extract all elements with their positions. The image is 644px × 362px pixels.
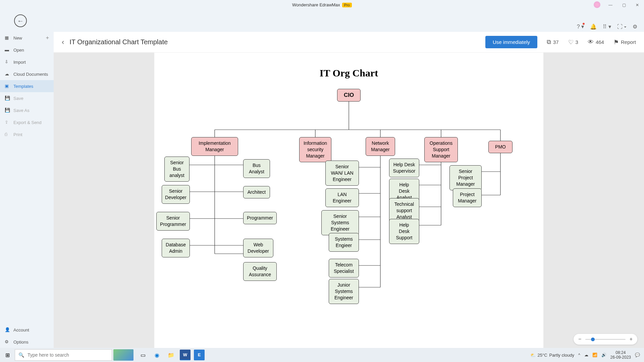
- zoom-slider[interactable]: [585, 339, 625, 340]
- copy-icon: ⧉: [547, 39, 551, 46]
- report-button[interactable]: ⚑Report: [613, 39, 636, 46]
- tray-time: 08:24: [610, 350, 631, 355]
- node-telecom[interactable]: Telecom Specialist: [329, 259, 359, 278]
- cortana-icon[interactable]: [113, 349, 133, 361]
- gear-icon[interactable]: ⚙: [633, 23, 637, 30]
- edge-icon[interactable]: ◉: [152, 350, 162, 360]
- back-button[interactable]: ←: [14, 14, 27, 27]
- sidebar-item-options[interactable]: ⚙ Options: [0, 336, 54, 348]
- templates-icon: ▣: [5, 83, 10, 89]
- likes-stat[interactable]: ♡3: [568, 39, 578, 46]
- print-icon: ⎙: [5, 132, 10, 137]
- node-ops-mgr[interactable]: Operations Support Manager: [424, 137, 458, 162]
- tray-notifications-icon[interactable]: 💬: [635, 353, 640, 357]
- explorer-icon[interactable]: 📁: [166, 350, 176, 360]
- node-hd-support[interactable]: Help Desk Support: [389, 219, 419, 244]
- node-pm[interactable]: Project Manager: [453, 188, 482, 207]
- sidebar-label: Account: [13, 327, 29, 333]
- sidebar-item-export: ⇪ Export & Send: [0, 116, 54, 128]
- weather-desc: Partly cloudy: [549, 353, 574, 358]
- tray-wifi-icon[interactable]: 📶: [592, 353, 597, 357]
- zoom-in-button[interactable]: +: [630, 336, 633, 342]
- minimize-button[interactable]: —: [604, 0, 617, 10]
- new-icon: ▦: [5, 35, 10, 41]
- pro-badge: Pro: [342, 3, 352, 7]
- node-sys-eng[interactable]: Systems Engieer: [329, 233, 359, 252]
- node-sr-dev[interactable]: Senior Developer: [162, 185, 190, 204]
- sidebar-label: Templates: [13, 84, 33, 89]
- plus-icon[interactable]: +: [46, 35, 49, 41]
- sidebar-label: Save: [13, 96, 23, 101]
- maximize-button[interactable]: ▢: [617, 0, 631, 10]
- zoom-control[interactable]: − +: [574, 334, 637, 345]
- node-sr-wan[interactable]: Senior WAN/ LAN Engineer: [325, 161, 359, 186]
- node-pmo[interactable]: PMO: [488, 141, 513, 153]
- zoom-out-button[interactable]: −: [578, 336, 581, 342]
- node-infosec-mgr[interactable]: Information security Manager: [299, 137, 331, 162]
- close-button[interactable]: ✕: [631, 0, 644, 10]
- start-button[interactable]: ⊞: [0, 352, 15, 358]
- sidebar-label: Save As: [13, 108, 30, 113]
- copies-stat[interactable]: ⧉37: [547, 39, 559, 46]
- sidebar-label: Cloud Documents: [13, 72, 48, 77]
- folder-icon: ▬: [5, 47, 10, 53]
- sidebar-item-cloud[interactable]: ☁ Cloud Documents: [0, 68, 54, 80]
- gift-icon[interactable]: ⛶ ▾: [617, 24, 627, 30]
- sidebar-item-new[interactable]: ▦ New +: [0, 32, 54, 44]
- task-view-icon[interactable]: ▭: [138, 350, 148, 360]
- node-programmer[interactable]: Programmer: [243, 212, 277, 224]
- use-immediately-button[interactable]: Use immediately: [485, 36, 537, 48]
- sidebar-label: New: [13, 36, 22, 41]
- user-avatar-icon[interactable]: [594, 1, 600, 8]
- node-sr-sys[interactable]: Senior Systems Engineer: [321, 210, 359, 235]
- node-architect[interactable]: Architect: [243, 186, 270, 198]
- sidebar-label: Print: [13, 132, 22, 137]
- sidebar-item-import[interactable]: ⇩ Import: [0, 56, 54, 68]
- top-toolbar: ← ? ▾ 🔔 ⠿ ▾ ⛶ ▾ ⚙: [0, 10, 644, 32]
- app-title: Wondershare EdrawMax: [292, 2, 340, 7]
- chart-title: IT Org Chart: [154, 67, 543, 79]
- tray-clock[interactable]: 08:24 26-09-2023: [610, 350, 631, 360]
- title-bar: Wondershare EdrawMax Pro — ▢ ✕: [0, 0, 644, 10]
- cloud-icon: ☁: [5, 71, 10, 77]
- save-icon: 💾: [5, 96, 10, 101]
- saveas-icon: 💾: [5, 108, 10, 113]
- node-bus-analyst[interactable]: Bus Analyst: [243, 159, 270, 178]
- node-sr-pm[interactable]: Senior Project Manager: [449, 165, 482, 190]
- node-hd-sup[interactable]: Help Desk Supervisor: [389, 159, 419, 177]
- sidebar-item-templates[interactable]: ▣ Templates: [0, 80, 54, 92]
- org-chart-canvas: IT Org Chart: [154, 53, 543, 348]
- sidebar-label: Open: [13, 48, 24, 53]
- back-chevron-icon[interactable]: ‹: [62, 38, 64, 47]
- search-icon: 🔍: [18, 352, 24, 358]
- tray-onedrive-icon[interactable]: ☁: [584, 353, 588, 357]
- weather-widget[interactable]: ⛅ 25°C Partly cloudy: [530, 353, 574, 358]
- edrawmax-icon[interactable]: E: [194, 350, 205, 360]
- node-db-admin[interactable]: Database Admin: [162, 239, 190, 257]
- tray-chevron-icon[interactable]: ^: [578, 353, 580, 357]
- search-placeholder: Type here to search: [28, 352, 69, 358]
- tray-volume-icon[interactable]: 🔊: [601, 353, 606, 357]
- node-web-dev[interactable]: Web Developer: [243, 239, 273, 257]
- node-sr-prog[interactable]: Senior Programmer: [156, 212, 190, 231]
- help-icon[interactable]: ? ▾: [577, 23, 584, 30]
- word-icon[interactable]: W: [180, 350, 191, 360]
- apps-icon[interactable]: ⠿ ▾: [603, 23, 611, 30]
- taskbar: ⊞ 🔍 Type here to search ▭ ◉ 📁 W E ⛅ 25°C…: [0, 348, 644, 362]
- canvas-area[interactable]: IT Org Chart: [54, 53, 644, 348]
- views-stat: 👁464: [588, 39, 604, 46]
- sidebar-item-account[interactable]: 👤 Account: [0, 324, 54, 336]
- node-sr-bus[interactable]: Senior Bus analyst: [164, 157, 190, 182]
- node-net-mgr[interactable]: Network Manager: [366, 137, 395, 156]
- node-qa[interactable]: Quality Assurance: [243, 262, 277, 281]
- taskbar-search[interactable]: 🔍 Type here to search: [15, 349, 112, 361]
- sidebar-item-open[interactable]: ▬ Open: [0, 44, 54, 56]
- node-jr-sys[interactable]: Junior Systems Engineer: [329, 279, 359, 304]
- node-impl-mgr[interactable]: Implementation Manager: [191, 137, 238, 156]
- node-cio[interactable]: CIO: [337, 89, 361, 102]
- export-icon: ⇪: [5, 120, 10, 125]
- window-controls: — ▢ ✕: [604, 0, 644, 10]
- sidebar-label: Options: [13, 340, 29, 345]
- bell-icon[interactable]: 🔔: [590, 23, 597, 30]
- node-lan-eng[interactable]: LAN Engineer: [325, 188, 359, 207]
